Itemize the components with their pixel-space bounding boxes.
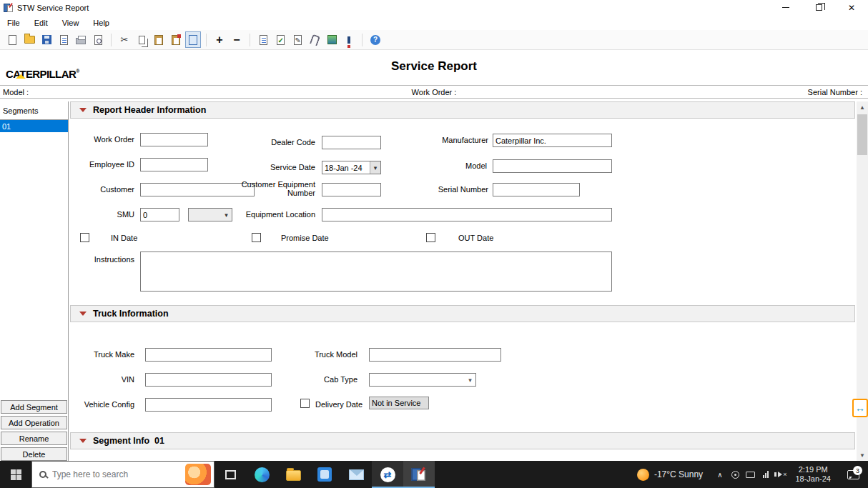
manufacturer-input[interactable] <box>493 134 612 147</box>
vin-input[interactable] <box>145 373 272 387</box>
app-button[interactable] <box>309 461 340 488</box>
toolbar-print-icon[interactable] <box>73 31 89 48</box>
vin-label: VIN <box>69 375 134 384</box>
service-date-value: 18-Jan -24 <box>322 161 370 174</box>
truck-model-label: Truck Model <box>290 350 357 359</box>
stw-app-button[interactable] <box>403 461 435 488</box>
toolbar-remove-icon[interactable] <box>229 31 245 48</box>
page-title: Service Report <box>0 59 868 74</box>
cab-type-dropdown-icon[interactable] <box>465 374 475 386</box>
serial-bar-label: Serial Number : <box>808 88 862 96</box>
scroll-down-icon[interactable]: ▼ <box>857 449 868 461</box>
search-highlight-icon[interactable] <box>185 464 211 485</box>
smu-unit-dropdown[interactable] <box>188 208 232 221</box>
customer-label: Customer <box>69 185 134 194</box>
toolbar-paste-report-icon[interactable] <box>168 31 184 48</box>
vehicle-config-input[interactable] <box>145 398 272 412</box>
edge-button[interactable] <box>246 461 277 488</box>
work-order-input[interactable] <box>140 133 208 146</box>
menu-edit[interactable]: Edit <box>27 15 55 30</box>
equipment-location-label: Equipment Location <box>233 210 315 219</box>
task-view-icon <box>225 470 236 479</box>
scrollbar-thumb[interactable] <box>857 114 867 155</box>
toolbar: ✓ ✎ <box>0 30 868 50</box>
search-input[interactable] <box>52 469 185 479</box>
add-segment-button[interactable]: Add Segment <box>1 400 67 414</box>
toolbar-attach-file-icon[interactable] <box>307 31 322 48</box>
toolbar-copy-icon[interactable] <box>134 31 149 48</box>
toolbar-print-preview-icon[interactable] <box>90 31 106 48</box>
mail-button[interactable] <box>340 461 372 488</box>
toolbar-cut-icon[interactable] <box>117 31 132 48</box>
segments-panel-title: Segments <box>0 101 68 120</box>
taskbar-clock[interactable]: 2:19 PM 18-Jan-24 <box>788 465 838 484</box>
cab-type-dropdown[interactable] <box>369 373 476 387</box>
toolbar-new-icon[interactable] <box>4 31 20 48</box>
tray-monitor-icon[interactable] <box>743 461 758 488</box>
rename-button[interactable]: Rename <box>1 432 67 445</box>
action-center-button[interactable]: 3 <box>838 461 868 488</box>
toolbar-paste-icon[interactable] <box>151 31 167 48</box>
truck-model-input[interactable] <box>369 348 501 362</box>
toolbar-open-icon[interactable] <box>21 31 37 48</box>
service-date-picker[interactable]: 18-Jan -24 <box>322 161 381 174</box>
menu-file[interactable]: File <box>0 15 27 30</box>
weather-widget[interactable]: -17°C Sunny <box>628 461 711 488</box>
smu-input[interactable] <box>140 208 179 221</box>
tray-network-icon[interactable] <box>758 461 773 488</box>
minimize-button[interactable] <box>769 0 802 15</box>
instructions-textarea[interactable] <box>140 252 612 292</box>
toolbar-export-report-icon[interactable] <box>185 31 201 48</box>
restore-icon <box>816 4 822 11</box>
toolbar-document-icon[interactable] <box>56 31 71 48</box>
delete-button[interactable]: Delete <box>1 447 67 461</box>
add-operation-button[interactable]: Add Operation <box>1 416 67 429</box>
toolbar-upload-report-icon[interactable] <box>341 31 357 48</box>
toolbar-help-icon[interactable] <box>368 31 383 48</box>
cab-type-value <box>370 374 465 386</box>
menu-view[interactable]: View <box>55 15 87 30</box>
segment-item-01[interactable]: 01 <box>0 120 68 132</box>
scroll-up-icon[interactable]: ▲ <box>857 101 868 113</box>
toolbar-segment-document-icon[interactable] <box>255 31 271 48</box>
work-order-label: Work Order <box>69 135 134 144</box>
section-truck-information[interactable]: Truck Information <box>70 305 855 322</box>
employee-id-input[interactable] <box>140 158 208 171</box>
model-input[interactable] <box>493 159 612 173</box>
sync-app-button[interactable] <box>372 461 403 488</box>
close-button[interactable]: ✕ <box>835 0 868 15</box>
section-report-header[interactable]: Report Header Information <box>70 101 855 119</box>
section-segment-info[interactable]: Segment Info 01 <box>70 432 855 449</box>
customer-equipment-number-input[interactable] <box>322 183 381 196</box>
instructions-label: Instructions <box>69 255 134 264</box>
toolbar-checklist-icon[interactable]: ✓ <box>272 31 288 48</box>
in-date-checkbox[interactable] <box>80 233 89 242</box>
menubar: File Edit View Help <box>0 15 868 30</box>
toolbar-save-icon[interactable] <box>39 31 54 48</box>
smu-unit-dropdown-icon[interactable] <box>221 209 232 221</box>
restore-button[interactable] <box>802 0 835 15</box>
file-explorer-button[interactable] <box>277 461 309 488</box>
caterpillar-logo: CATERPILLAR® <box>6 69 79 79</box>
dealer-code-input[interactable] <box>322 136 381 149</box>
truck-make-input[interactable] <box>145 348 272 362</box>
toolbar-media-icon[interactable] <box>324 31 340 48</box>
menu-help[interactable]: Help <box>86 15 117 30</box>
tray-volume-muted-icon[interactable]: × <box>773 461 788 488</box>
service-date-dropdown-icon[interactable] <box>370 161 380 174</box>
toolbar-separator <box>250 34 250 46</box>
taskbar-search[interactable] <box>31 461 214 488</box>
tray-user-icon[interactable] <box>728 461 743 488</box>
equipment-location-input[interactable] <box>322 208 612 221</box>
delivery-date-checkbox[interactable] <box>300 399 310 408</box>
toolbar-edit-notes-icon[interactable]: ✎ <box>290 31 305 48</box>
start-button[interactable] <box>0 461 31 488</box>
hidden-icons-chevron[interactable]: ∧ <box>711 461 728 488</box>
out-date-checkbox[interactable] <box>426 233 435 242</box>
promise-date-label: Promise Date <box>281 234 338 242</box>
section-title: Segment Info 01 <box>93 436 164 446</box>
promise-date-checkbox[interactable] <box>252 233 261 242</box>
serial-number-input[interactable] <box>493 183 580 196</box>
task-view-button[interactable] <box>214 461 246 488</box>
toolbar-add-icon[interactable] <box>212 31 227 48</box>
